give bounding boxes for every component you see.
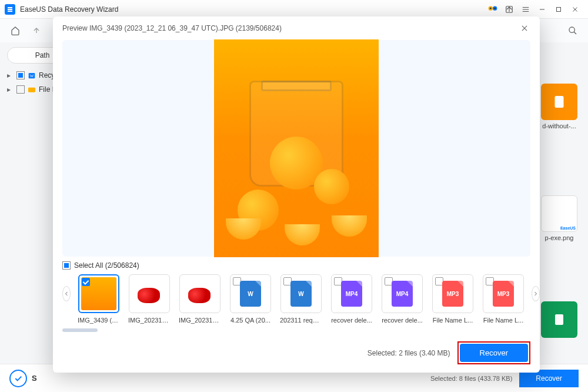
svg-rect-9 [555,96,564,108]
w-icon: W [290,281,312,307]
thumbnail[interactable]: IMG_3439 (2... [78,274,120,324]
recycle-bin-icon [27,71,36,80]
svg-point-3 [494,7,496,9]
svg-point-2 [490,7,492,9]
thumbnail[interactable]: MP3File Name L... [432,274,474,324]
chevron-right-icon: ▸ [7,85,14,94]
select-all-label: Select All (2/506824) [74,261,139,270]
mascot-icon[interactable] [485,1,501,18]
menu-icon[interactable] [517,1,534,18]
bg-thumb[interactable]: d-without-... [541,84,577,129]
thumb-label: File Name L... [432,317,474,324]
preview-modal: Preview IMG_3439 (2023_12_21 06_39_47 UT… [53,16,540,373]
mp4-icon: MP4 [341,281,362,307]
checkbox[interactable] [16,71,25,79]
folder-icon [27,85,36,94]
search-icon[interactable] [564,22,581,39]
close-button[interactable] [567,1,583,18]
chevron-right-icon: ▸ [7,71,14,79]
app-title: EaseUS Data Recovery Wizard [20,5,118,14]
filmstrip: IMG_3439 (2...IMG_202311...IMG_202311...… [53,272,540,328]
thumbnail[interactable]: W202311 requi... [280,274,322,324]
bg-thumb[interactable]: EaseUS p-exe.png [541,195,577,241]
svg-rect-10 [555,314,563,325]
upload-icon[interactable] [501,1,517,18]
close-icon[interactable] [519,22,530,34]
thumb-label: IMG_3439 (2... [78,317,120,324]
bg-thumb[interactable] [541,301,577,340]
app-logo-icon [5,4,15,15]
thumb-label: 202311 requi... [280,317,322,324]
thumb-checkbox[interactable] [82,278,90,286]
preview-area [62,40,530,257]
preview-image [214,39,379,257]
modal-title: Preview IMG_3439 (2023_12_21 06_39_47 UT… [62,24,282,32]
minimize-button[interactable] [534,1,550,18]
mp4-icon: MP4 [392,281,413,307]
mp3-icon: MP3 [442,281,463,307]
horizontal-scrollbar[interactable] [62,328,530,332]
modal-footer: Selected: 2 files (3.40 MB) Recover [53,335,540,373]
highlight-annotation: Recover [457,341,530,364]
tomato-icon [182,277,218,310]
thumbnail[interactable]: MP4recover dele... [381,274,423,324]
tomato-icon [132,277,167,310]
bg-thumb-label: d-without-... [541,122,577,129]
thumb-label: IMG_202311... [128,317,171,324]
svg-point-6 [569,27,574,32]
prev-arrow-icon[interactable] [62,286,71,301]
bg-thumb-label: p-exe.png [541,234,577,241]
thumbnail[interactable]: IMG_202311... [128,274,171,324]
scan-status-letter: S [32,374,37,383]
thumbnail[interactable]: MP4recover dele... [330,274,373,324]
thumb-label: 4.25 QA (20... [229,317,272,324]
thumbnail[interactable]: IMG_202311... [179,274,221,324]
w-icon: W [240,281,261,307]
recover-button[interactable]: Recover [460,344,528,362]
thumb-label: IMG_202311... [179,317,221,324]
checkbox[interactable] [16,85,25,94]
selection-status: Selected: 2 files (3.40 MB) [368,349,450,357]
svg-rect-5 [557,7,561,11]
svg-rect-8 [28,88,35,92]
thumbnail[interactable]: MP3File Name L... [482,274,524,324]
thumb-label: recover dele... [381,317,423,324]
modal-header: Preview IMG_3439 (2023_12_21 06_39_47 UT… [53,16,540,40]
bottom-status: Selected: 8 files (433.78 KB) [430,375,512,382]
thumb-label: recover dele... [330,317,373,324]
next-arrow-icon[interactable] [532,286,540,301]
mp3-icon: MP3 [493,281,514,307]
home-icon[interactable] [7,22,24,39]
select-all-checkbox[interactable] [62,261,71,270]
up-icon[interactable] [28,22,45,39]
thumb-label: File Name L... [482,317,524,324]
select-all-row[interactable]: Select All (2/506824) [53,257,540,272]
maximize-button[interactable] [550,1,567,18]
thumbnail[interactable]: W4.25 QA (20... [229,274,272,324]
check-circle-icon [9,370,27,387]
